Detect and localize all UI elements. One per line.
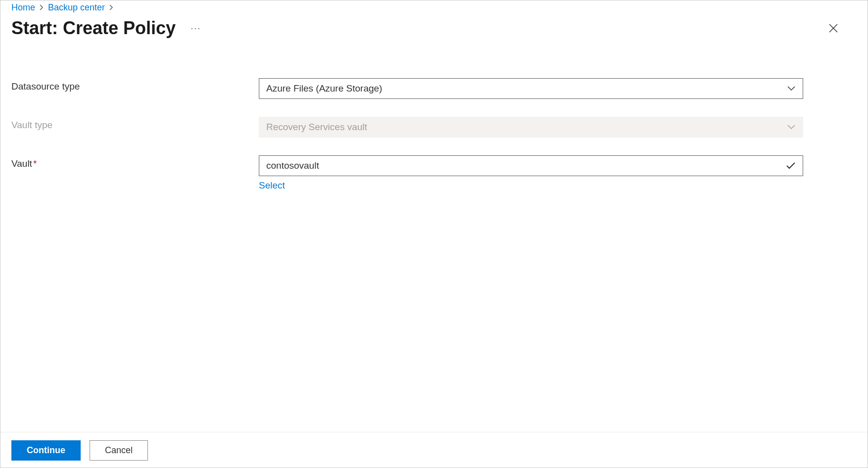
vault-value: contosovault bbox=[266, 160, 319, 171]
row-vault-type: Vault type Recovery Services vault bbox=[11, 117, 857, 138]
row-datasource-type: Datasource type Azure Files (Azure Stora… bbox=[11, 78, 857, 99]
chevron-right-icon bbox=[109, 3, 114, 12]
datasource-type-value: Azure Files (Azure Storage) bbox=[266, 83, 382, 94]
breadcrumb-backup-center[interactable]: Backup center bbox=[48, 2, 105, 13]
page-header: Start: Create Policy ··· bbox=[0, 15, 868, 48]
row-vault: Vault* contosovault Select bbox=[11, 155, 857, 191]
continue-button[interactable]: Continue bbox=[11, 440, 81, 461]
close-button[interactable] bbox=[825, 20, 842, 37]
more-actions-icon[interactable]: ··· bbox=[191, 23, 201, 34]
chevron-right-icon bbox=[39, 3, 44, 12]
check-icon bbox=[786, 162, 796, 170]
page-title: Start: Create Policy bbox=[11, 18, 176, 39]
footer-bar: Continue Cancel bbox=[0, 432, 868, 468]
breadcrumb-home[interactable]: Home bbox=[11, 2, 35, 13]
required-indicator: * bbox=[33, 158, 37, 169]
label-vault-type: Vault type bbox=[11, 117, 259, 131]
cancel-button[interactable]: Cancel bbox=[90, 440, 148, 461]
chevron-down-icon bbox=[787, 86, 796, 92]
label-datasource-type: Datasource type bbox=[11, 78, 259, 92]
chevron-down-icon bbox=[787, 124, 796, 130]
vault-type-value: Recovery Services vault bbox=[266, 122, 367, 133]
vault-select-link[interactable]: Select bbox=[259, 180, 285, 191]
vault-select[interactable]: contosovault bbox=[259, 155, 803, 176]
vault-type-select: Recovery Services vault bbox=[259, 117, 803, 138]
breadcrumb: Home Backup center bbox=[0, 0, 868, 15]
datasource-type-select[interactable]: Azure Files (Azure Storage) bbox=[259, 78, 803, 99]
form-content: Datasource type Azure Files (Azure Stora… bbox=[0, 48, 868, 432]
label-vault: Vault* bbox=[11, 155, 259, 169]
